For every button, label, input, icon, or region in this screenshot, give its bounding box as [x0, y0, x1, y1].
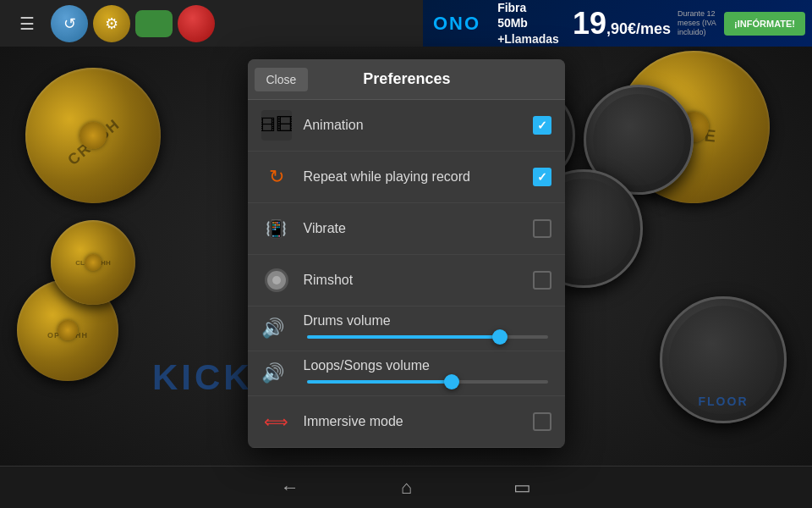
- loops-volume-label: Loops/Songs volume: [304, 358, 551, 373]
- pref-row-immersive: ⟺ Immersive mode: [248, 396, 565, 448]
- close-button[interactable]: Close: [255, 68, 309, 91]
- animation-label: Animation: [304, 118, 533, 133]
- preferences-dialog: Close Preferences 🎞 Animation ↻ Repeat w…: [248, 59, 565, 448]
- dialog-header: Close Preferences: [248, 59, 565, 100]
- loops-volume-row: 🔊 Loops/Songs volume: [248, 351, 565, 396]
- drums-volume-row: 🔊 Drums volume: [248, 306, 565, 351]
- immersive-label: Immersive mode: [304, 414, 533, 429]
- drums-volume-label: Drums volume: [304, 313, 551, 329]
- repeat-label: Repeat while playing record: [304, 169, 533, 185]
- rimshot-checkbox[interactable]: [533, 271, 551, 290]
- recent-apps-button[interactable]: ▭: [513, 477, 531, 499]
- dialog-title: Preferences: [308, 70, 564, 88]
- green-button[interactable]: [135, 10, 173, 37]
- immersive-checkbox[interactable]: [533, 412, 551, 431]
- pref-row-animation: 🎞 Animation: [248, 100, 565, 152]
- back-button[interactable]: ←: [281, 477, 299, 499]
- menu-button[interactable]: ☰: [8, 5, 46, 42]
- settings-button[interactable]: ⚙: [93, 5, 130, 42]
- loops-volume-icon: 🔊: [261, 362, 284, 384]
- rimshot-label: Rimshot: [304, 273, 533, 288]
- ad-text: Fibra 50Mb +Llamadas: [491, 0, 566, 47]
- loops-volume-thumb[interactable]: [444, 374, 459, 389]
- ad-price: 19 ,90€/mes: [566, 6, 678, 41]
- repeat-icon: ↻: [261, 162, 292, 192]
- immersive-icon: ⟺: [261, 406, 292, 437]
- record-button[interactable]: [178, 5, 215, 42]
- loops-volume-fill: [307, 380, 452, 384]
- vibrate-icon: 📳: [261, 213, 292, 244]
- home-button[interactable]: ⌂: [401, 477, 412, 499]
- loops-volume-track: [307, 380, 548, 384]
- pref-row-vibrate: 📳 Vibrate: [248, 203, 565, 255]
- drums-volume-icon: 🔊: [261, 318, 284, 340]
- refresh-button[interactable]: ↺: [51, 5, 88, 42]
- animation-checkbox[interactable]: [533, 116, 551, 135]
- repeat-checkbox[interactable]: [533, 168, 551, 186]
- nav-bar: ← ⌂ ▭: [0, 466, 812, 508]
- refresh-icon: ↺: [63, 14, 76, 33]
- pref-row-rimshot: Rimshot: [248, 255, 565, 306]
- ad-price-main: 19: [573, 6, 606, 41]
- ad-banner: ONO Fibra 50Mb +Llamadas 19 ,90€/mes Dur…: [423, 0, 812, 47]
- vibrate-label: Vibrate: [304, 221, 533, 236]
- settings-icon: ⚙: [105, 14, 118, 33]
- rimshot-icon: [261, 265, 292, 295]
- drums-volume-track: [307, 335, 548, 339]
- dialog-overlay: Close Preferences 🎞 Animation ↻ Repeat w…: [0, 47, 812, 466]
- menu-icon: ☰: [19, 14, 35, 34]
- ad-line2: +Llamadas: [497, 31, 559, 47]
- ad-line1: Fibra 50Mb: [497, 0, 559, 30]
- ad-cta-button[interactable]: ¡INFÓRMATE!: [724, 12, 805, 36]
- drums-volume-fill: [307, 335, 500, 339]
- ad-price-note: Durante 12 meses (IVA incluido): [678, 9, 717, 36]
- drums-volume-thumb[interactable]: [492, 329, 508, 345]
- ad-brand: ONO: [423, 13, 491, 35]
- pref-row-repeat: ↻ Repeat while playing record: [248, 152, 565, 203]
- ad-price-decimal: ,90€/mes: [606, 20, 671, 38]
- animation-icon: 🎞: [261, 110, 292, 141]
- vibrate-checkbox[interactable]: [533, 219, 551, 238]
